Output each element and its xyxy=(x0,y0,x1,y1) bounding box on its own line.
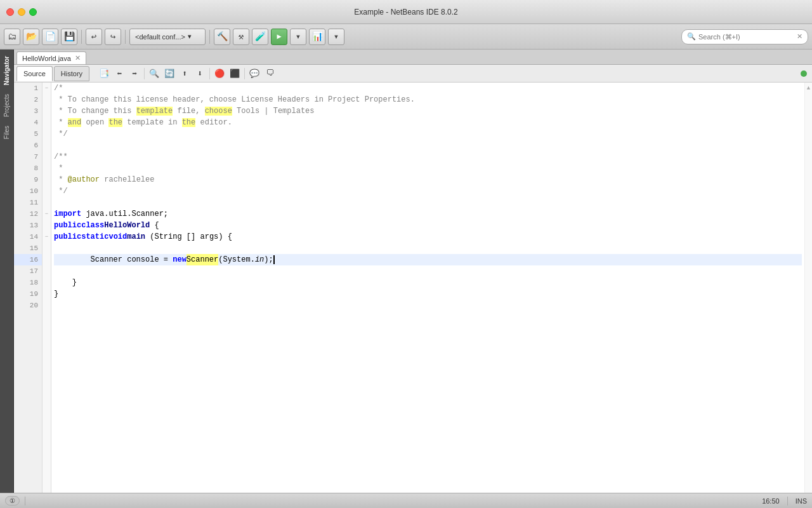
code-line-1: /* xyxy=(54,83,802,94)
open-file-btn[interactable]: 📄 xyxy=(42,29,58,45)
ln-15: 15 xyxy=(14,243,42,254)
title-bar: Example - NetBeans IDE 8.0.2 xyxy=(0,0,812,24)
close-button[interactable] xyxy=(6,8,14,16)
editor-sep2 xyxy=(209,68,210,79)
code-line-14: public static void main (String [] args)… xyxy=(54,231,802,243)
fold-12[interactable]: − xyxy=(43,208,51,220)
tab-label: HelloWorld.java xyxy=(22,55,71,62)
status-bar: ① 16:50 INS xyxy=(0,493,812,508)
code-line-2: * To change this license header, choose … xyxy=(54,94,802,105)
editor-toolbar: Source History 📑 ⬅ ➡ 🔍 🔄 ⬆ ⬇ 🔴 ⬛ 💬 🗨 xyxy=(14,65,812,83)
code-line-12: import java.util.Scanner; xyxy=(54,208,802,220)
code-line-16: Scanner console = new Scanner(System.in)… xyxy=(54,254,802,265)
ln-4: 4 xyxy=(14,117,42,128)
comment-btn[interactable]: 💬 xyxy=(247,67,261,81)
toolbar: 🗂 📂 📄 💾 ↩ ↪ <default conf...> ▾ 🔨 ⚒ 🧪 ▶ … xyxy=(0,24,812,50)
ln-13: 13 xyxy=(14,220,42,231)
code-line-15 xyxy=(54,243,802,254)
ln-18: 18 xyxy=(14,277,42,288)
right-gutter: ▲ xyxy=(804,83,812,493)
code-editor: 1 2 3 4 5 6 7 8 9 10 11 12 13 14 15 16 1… xyxy=(14,83,812,493)
line-numbers: 1 2 3 4 5 6 7 8 9 10 11 12 13 14 15 16 1… xyxy=(14,83,43,493)
code-line-9: * @author rachellelee xyxy=(54,174,802,185)
next-occurrence-btn[interactable]: ⬇ xyxy=(193,67,207,81)
toggle-breakpoint-btn[interactable]: 🔴 xyxy=(213,67,226,81)
clean-build-btn[interactable]: ⚒ xyxy=(233,29,249,45)
search-clear-icon[interactable]: ✕ xyxy=(797,32,802,41)
editor-mode: INS xyxy=(796,497,807,505)
new-project-btn[interactable]: 🗂 xyxy=(4,29,20,45)
ln-1: 1 xyxy=(14,83,42,94)
code-content[interactable]: /* * To change this license header, choo… xyxy=(51,83,804,493)
search-btn[interactable]: 🔍 xyxy=(147,67,161,81)
replace-btn[interactable]: 🔄 xyxy=(162,67,176,81)
editor-container: HelloWorld.java ✕ Source History 📑 ⬅ ➡ 🔍… xyxy=(14,50,812,493)
code-line-10: */ xyxy=(54,185,802,197)
code-line-11 xyxy=(54,197,802,208)
tab-close-icon[interactable]: ✕ xyxy=(75,55,81,62)
window-title: Example - NetBeans IDE 8.0.2 xyxy=(354,8,457,17)
status-right: 16:50 INS xyxy=(762,497,807,505)
minimize-button[interactable] xyxy=(18,8,25,16)
ln-12: 12 xyxy=(14,208,42,220)
run-btn[interactable]: ▶ xyxy=(271,29,287,45)
editor-sep1 xyxy=(144,68,145,79)
ln-17: 17 xyxy=(14,265,42,277)
code-line-13: public class HelloWorld { xyxy=(54,220,802,231)
code-line-5: */ xyxy=(54,128,802,140)
status-badge: ① xyxy=(5,496,20,505)
profile-dropdown-btn[interactable]: ▾ xyxy=(328,29,344,45)
sep1 xyxy=(81,30,82,44)
ln-5: 5 xyxy=(14,128,42,140)
stop-btn[interactable]: ⬛ xyxy=(228,67,242,81)
side-panel-left: Navigator Projects Files xyxy=(0,50,14,493)
test-btn[interactable]: 🧪 xyxy=(252,29,268,45)
history-tab[interactable]: History xyxy=(54,66,89,81)
undo-btn[interactable]: ↩ xyxy=(86,29,102,45)
ln-2: 2 xyxy=(14,94,42,105)
code-line-8: * xyxy=(54,163,802,174)
search-input[interactable] xyxy=(698,33,794,41)
projects-panel-tab[interactable]: Projects xyxy=(2,90,11,121)
code-line-3: * To change this template file, choose T… xyxy=(54,105,802,117)
open-project-btn[interactable]: 📂 xyxy=(23,29,39,45)
code-line-17 xyxy=(54,265,802,277)
ln-9: 9 xyxy=(14,174,42,185)
fold-indicators: − − − xyxy=(43,83,51,493)
ln-19: 19 xyxy=(14,288,42,300)
traffic-lights xyxy=(6,8,37,16)
ln-3: 3 xyxy=(14,105,42,117)
sep2 xyxy=(125,30,126,44)
fold-14[interactable]: − xyxy=(43,231,51,243)
ln-20: 20 xyxy=(14,300,42,311)
ln-6: 6 xyxy=(14,140,42,151)
previous-btn[interactable]: ⬅ xyxy=(112,67,126,81)
editor-tab-helloworld[interactable]: HelloWorld.java ✕ xyxy=(16,51,86,64)
build-btn[interactable]: 🔨 xyxy=(214,29,230,45)
editor-sep3 xyxy=(244,68,245,79)
navigator-panel-tab[interactable]: Navigator xyxy=(2,52,11,89)
tab-bar: HelloWorld.java ✕ xyxy=(14,50,812,65)
maximize-button[interactable] xyxy=(29,8,37,16)
ln-10: 10 xyxy=(14,185,42,197)
uncomment-btn[interactable]: 🗨 xyxy=(263,67,277,81)
ln-8: 8 xyxy=(14,163,42,174)
ln-14: 14 xyxy=(14,231,42,243)
next-btn[interactable]: ➡ xyxy=(128,67,141,81)
toggle-bookmarks-btn[interactable]: 📑 xyxy=(97,67,111,81)
code-line-18: } xyxy=(54,277,802,288)
config-dropdown[interactable]: <default conf...> ▾ xyxy=(129,29,206,45)
source-tab[interactable]: Source xyxy=(16,66,53,81)
status-dot xyxy=(801,70,807,77)
save-btn[interactable]: 💾 xyxy=(61,29,77,45)
redo-btn[interactable]: ↪ xyxy=(105,29,121,45)
fold-1[interactable]: − xyxy=(43,83,51,94)
sep3 xyxy=(209,30,210,44)
prev-occurrence-btn[interactable]: ⬆ xyxy=(178,67,192,81)
files-panel-tab[interactable]: Files xyxy=(2,122,11,143)
code-line-20 xyxy=(54,300,802,311)
profile-btn[interactable]: 📊 xyxy=(309,29,325,45)
run-dropdown-btn[interactable]: ▾ xyxy=(290,29,306,45)
ln-16: 16 xyxy=(14,254,42,265)
search-bar[interactable]: 🔍 ✕ xyxy=(681,29,808,44)
